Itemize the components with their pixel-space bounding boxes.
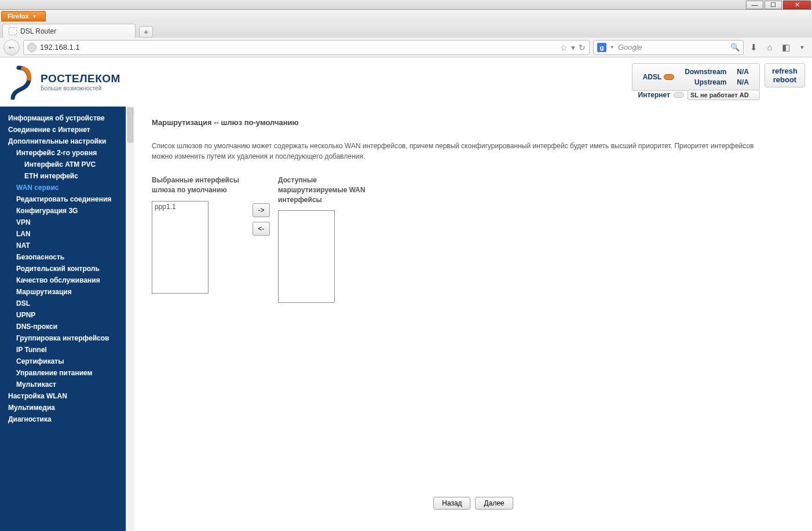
search-bar[interactable]: g ▼ Google 🔍: [593, 40, 744, 55]
firefox-label: Firefox: [8, 13, 29, 20]
minimize-button[interactable]: —: [746, 1, 763, 9]
sidebar-item[interactable]: Маршрутизация: [0, 286, 126, 298]
adsl-label: ADSL: [643, 73, 662, 81]
sidebar-item[interactable]: IP Tunnel: [0, 344, 126, 356]
adsl-led-icon: [664, 74, 674, 80]
chevron-down-icon: ▼: [32, 14, 37, 19]
new-tab-button[interactable]: +: [139, 26, 153, 38]
url-text: 192.168.1.1: [40, 43, 80, 52]
brand-name: РОСТЕЛЕКОМ: [41, 72, 120, 85]
router-header: РОСТЕЛЕКОМ Больше возможностей ADSL Down…: [0, 57, 812, 107]
browser-tab[interactable]: DSL Router: [2, 24, 136, 38]
sidebar-item[interactable]: Соединение с Интернет: [0, 124, 126, 136]
chevron-down-icon[interactable]: ▼: [610, 45, 615, 50]
navigation-toolbar: ← 192.168.1.1 ☆ ▾ ↻ g ▼ Google 🔍 ⬇ ⌂ ◧ ▼: [0, 38, 812, 57]
globe-icon: [27, 43, 36, 52]
sidebar-item[interactable]: Сертификаты: [0, 356, 126, 367]
page-icon: [9, 27, 17, 35]
internet-label: Интернет: [638, 91, 670, 99]
sidebar-item[interactable]: Безопасность: [0, 251, 126, 263]
sidebar-item[interactable]: LAN: [0, 228, 126, 240]
search-icon[interactable]: 🔍: [730, 43, 740, 52]
downloads-icon[interactable]: ⬇: [747, 41, 760, 54]
sidebar-item[interactable]: Настройка WLAN: [0, 390, 126, 402]
firefox-menu-button[interactable]: Firefox ▼: [1, 11, 46, 21]
main-area: Информация об устройствеСоединение с Инт…: [0, 107, 812, 531]
sidebar-item[interactable]: Родительский контроль: [0, 263, 126, 274]
downstream-value: N/A: [732, 67, 754, 76]
search-placeholder: Google: [618, 43, 642, 52]
refresh-reboot-box: refresh reboot: [765, 63, 805, 87]
sidebar-item[interactable]: Диагностика: [0, 413, 126, 425]
next-button[interactable]: Далее: [476, 497, 513, 510]
maximize-button[interactable]: ☐: [765, 1, 782, 9]
sidebar-item[interactable]: Группировка интерфейсов: [0, 332, 126, 344]
window-titlebar: — ☐ ✕: [0, 0, 812, 10]
scroll-thumb[interactable]: [127, 108, 133, 142]
logo-icon: [7, 65, 35, 100]
sidebar-item[interactable]: Качество обслуживания: [0, 274, 126, 286]
google-icon: g: [597, 43, 606, 52]
available-interfaces-header: Доступные маршрутизируемые WAN интерфейс…: [278, 175, 371, 204]
back-button[interactable]: ←: [3, 39, 20, 56]
tab-title: DSL Router: [20, 27, 56, 35]
brand-tagline: Больше возможностей: [41, 85, 120, 91]
close-button[interactable]: ✕: [783, 1, 811, 9]
sidebar-item[interactable]: VPN: [0, 217, 126, 228]
upstream-value: N/A: [732, 78, 754, 87]
sidebar-item[interactable]: Дополнительные настройки: [0, 136, 126, 147]
page-description: Список шлюзов по умолчанию может содержа…: [152, 141, 760, 162]
back-button[interactable]: Назад: [433, 497, 470, 510]
content-pane: Маршрутизация -- шлюз по-умолчанию Списо…: [134, 107, 812, 531]
internet-led-icon: [674, 92, 684, 98]
url-bar[interactable]: 192.168.1.1 ☆ ▾ ↻: [23, 40, 590, 55]
sidebar-item[interactable]: DSL: [0, 298, 126, 309]
chevron-down-icon[interactable]: ▼: [796, 41, 809, 54]
adsl-status-box: ADSL Downstream N/A Upstream N/A: [632, 63, 760, 91]
refresh-link[interactable]: refresh: [772, 67, 798, 75]
sidebar-nav: Информация об устройствеСоединение с Инт…: [0, 107, 126, 531]
tab-bar: DSL Router +: [0, 23, 812, 38]
sidebar-item[interactable]: Редактировать соединения: [0, 193, 126, 205]
reload-icon[interactable]: ↻: [579, 43, 586, 52]
downstream-label: Downstream: [680, 67, 731, 76]
sidebar-item[interactable]: Управление питанием: [0, 367, 126, 379]
sidebar-item[interactable]: Конфигурация 3G: [0, 205, 126, 217]
sidebar-item[interactable]: NAT: [0, 240, 126, 251]
history-dropdown-icon[interactable]: ▾: [571, 43, 575, 52]
sidebar-item[interactable]: DNS-прокси: [0, 321, 126, 332]
list-item[interactable]: ppp1.1: [152, 202, 208, 212]
sidebar-item[interactable]: Мультимедиа: [0, 402, 126, 413]
sidebar-item[interactable]: Мультикаст: [0, 379, 126, 390]
sidebar-item[interactable]: ETH интерфейс: [0, 170, 126, 182]
available-interfaces-listbox[interactable]: [278, 210, 335, 303]
sidebar-item[interactable]: Интерфейс ATM PVC: [0, 159, 126, 170]
page-title: Маршрутизация -- шлюз по-умолчанию: [152, 118, 795, 127]
reboot-link[interactable]: reboot: [772, 75, 798, 84]
sidebar-item[interactable]: Интерфейс 2-го уровня: [0, 147, 126, 159]
bookmarks-icon[interactable]: ◧: [780, 41, 792, 54]
upstream-label: Upstream: [680, 78, 731, 87]
sidebar-item[interactable]: UPNP: [0, 309, 126, 321]
home-icon[interactable]: ⌂: [763, 41, 776, 54]
internet-status-row: Интернет SL не работает AD: [638, 90, 760, 100]
selected-interfaces-listbox[interactable]: ppp1.1: [152, 201, 209, 294]
selected-interfaces-header: Выбранные интерфейсы шлюза по умолчанию: [152, 175, 244, 195]
sidebar-item[interactable]: WAN сервис: [0, 182, 126, 193]
move-left-button[interactable]: <-: [253, 222, 270, 236]
sidebar-item[interactable]: Информация об устройстве: [0, 112, 126, 124]
move-right-button[interactable]: ->: [253, 203, 270, 217]
sidebar-scrollbar[interactable]: ▲ ▼: [126, 107, 134, 531]
firefox-menu-strip: Firefox ▼: [0, 10, 812, 23]
logo: РОСТЕЛЕКОМ Больше возможностей: [7, 65, 120, 100]
internet-status-text: SL не работает AD: [687, 90, 760, 100]
bookmark-star-icon[interactable]: ☆: [560, 43, 568, 52]
